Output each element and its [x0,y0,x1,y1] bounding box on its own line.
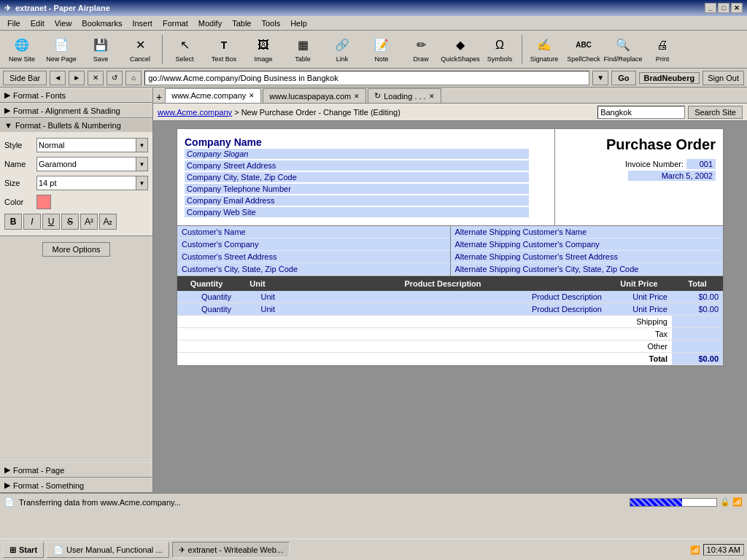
toolbar-table[interactable]: ▦ Table [284,33,322,66]
toolbar-cancel[interactable]: ✕ Cancel [121,33,159,66]
menu-edit[interactable]: Edit [26,18,49,28]
name-select[interactable]: Garamond [36,157,136,171]
toolbar-new-page[interactable]: 📄 New Page [42,33,80,66]
address-input[interactable] [144,71,589,85]
search-button[interactable]: Search Site [688,106,743,119]
alt-company-field[interactable]: Alternate Shipping Customer's Company [451,238,724,251]
company-street-field[interactable]: Company Street Address [185,160,529,171]
task-user-manual[interactable]: 📄 User Manual, Functional ... [47,542,169,558]
menu-help[interactable]: Help [286,18,311,28]
toolbar-save[interactable]: 💾 Save [82,33,120,66]
toolbar-signature[interactable]: ✍ Signature [525,33,563,66]
home-button[interactable]: ⌂ [125,71,142,85]
shipping-value[interactable] [672,316,723,328]
tab-loading[interactable]: ↻ Loading . . . ✕ [368,88,441,103]
customer-street-field[interactable]: Customer's Street Address [177,251,450,263]
alt-city-field[interactable]: Alternate Shipping Customer's City, Stat… [451,263,724,276]
toolbar-symbols[interactable]: Ω Symbols [481,33,519,66]
menu-bookmarks[interactable]: Bookmarks [77,18,126,28]
company-email-field[interactable]: Company Email Address [185,195,529,206]
company-slogan-field[interactable]: Company Slogan [185,149,529,159]
desc-2[interactable]: Product Description [279,303,606,316]
toolbar-spellcheck[interactable]: ABC SpellCheck [565,33,603,66]
tab-acme[interactable]: www.Acme.company ✕ [165,88,261,103]
unit-price-1[interactable]: Unit Price [606,291,672,303]
start-button[interactable]: ⊞ Start [3,542,44,558]
style-select[interactable]: Normal [36,138,136,152]
menu-modify[interactable]: Modify [194,18,226,28]
dropdown-button[interactable]: ▼ [592,71,608,85]
format-fonts-header[interactable]: ▶ Format - Fonts [0,88,152,102]
toolbar-print[interactable]: 🖨 Print [643,33,681,66]
qty-2[interactable]: Quantity [177,303,236,316]
format-page-header[interactable]: ▶ Format - Page [0,462,152,477]
customer-company-field[interactable]: Customer's Company [177,238,450,251]
style-dropdown-arrow[interactable]: ▼ [136,138,148,152]
menu-file[interactable]: File [3,18,25,28]
forward-button[interactable]: ► [69,71,85,85]
underline-button[interactable]: U [42,214,60,230]
menu-view[interactable]: View [50,18,77,28]
toolbar-findreplace[interactable]: 🔍 Find/Replace [604,33,642,66]
toolbar-textbox[interactable]: T Text Box [205,33,243,66]
refresh-button[interactable]: ↺ [107,71,123,85]
back-button[interactable]: ◄ [50,71,66,85]
more-options-button[interactable]: More Options [42,242,109,257]
breadcrumb-site[interactable]: www.Acme.company [158,108,232,117]
unit-price-2[interactable]: Unit Price [606,303,672,316]
maximize-button[interactable]: □ [718,3,729,13]
total-1[interactable]: $0.00 [672,291,723,303]
customer-name-field[interactable]: Customer's Name [177,226,450,238]
menu-insert[interactable]: Insert [128,18,157,28]
stop-button[interactable]: ✕ [88,71,104,85]
menu-format[interactable]: Format [158,18,193,28]
unit-2[interactable]: Unit [236,303,279,316]
toolbar-draw[interactable]: ✏ Draw [402,33,440,66]
company-phone-field[interactable]: Company Telephone Number [185,184,529,194]
other-value[interactable] [672,341,723,353]
tab-lucas[interactable]: www.lucaspapaya.com ✕ [263,88,366,103]
superscript-button[interactable]: A² [80,214,98,230]
size-select[interactable]: 14 pt [36,176,136,190]
subscript-button[interactable]: A₂ [99,214,117,230]
search-input[interactable] [597,106,685,119]
desc-1[interactable]: Product Description [279,291,606,303]
format-alignment-header[interactable]: ▶ Format - Alignment & Shading [0,103,152,117]
tax-value[interactable] [672,328,723,341]
color-swatch[interactable] [36,195,51,209]
add-tab-button[interactable]: + [156,91,162,103]
toolbar-note[interactable]: 📝 Note [363,33,400,66]
italic-button[interactable]: I [23,214,41,230]
company-name-field[interactable]: Company Name [185,136,547,148]
format-something-header[interactable]: ▶ Format - Something [0,478,152,492]
name-dropdown-arrow[interactable]: ▼ [136,157,148,171]
sidebar-button[interactable]: Side Bar [3,71,47,85]
alt-name-field[interactable]: Alternate Shipping Customer's Name [451,226,724,238]
toolbar-quickshapes[interactable]: ◆ QuickShapes [441,33,479,66]
toolbar-new-site[interactable]: 🌐 New Site [3,33,41,66]
invoice-value[interactable]: 001 [686,159,716,169]
grand-total-value[interactable]: $0.00 [672,353,723,365]
bold-button[interactable]: B [4,214,22,230]
go-button[interactable]: Go [611,71,635,85]
task-extranet[interactable]: ✈ extranet - Writeable Web... [172,542,290,558]
tab-acme-close[interactable]: ✕ [249,92,255,99]
strikethrough-button[interactable]: S [61,214,79,230]
format-bullets-header[interactable]: ▼ Format - Bullets & Numbering [0,118,152,132]
menu-table[interactable]: Table [228,18,255,28]
tab-lucas-close[interactable]: ✕ [354,93,360,100]
customer-city-field[interactable]: Customer's City, State, Zip Code [177,263,450,276]
sign-out-button[interactable]: Sign Out [703,71,744,85]
alt-street-field[interactable]: Alternate Shipping Customer's Street Add… [451,251,724,263]
qty-1[interactable]: Quantity [177,291,236,303]
toolbar-image[interactable]: 🖼 Image [244,33,282,66]
minimize-button[interactable]: _ [705,3,716,13]
tab-loading-close[interactable]: ✕ [429,93,435,100]
total-2[interactable]: $0.00 [672,303,723,316]
company-web-field[interactable]: Company Web Site [185,207,529,217]
toolbar-select[interactable]: ↖ Select [166,33,204,66]
toolbar-link[interactable]: 🔗 Link [323,33,361,66]
size-dropdown-arrow[interactable]: ▼ [136,176,148,190]
menu-tools[interactable]: Tools [257,18,285,28]
unit-1[interactable]: Unit [236,291,279,303]
